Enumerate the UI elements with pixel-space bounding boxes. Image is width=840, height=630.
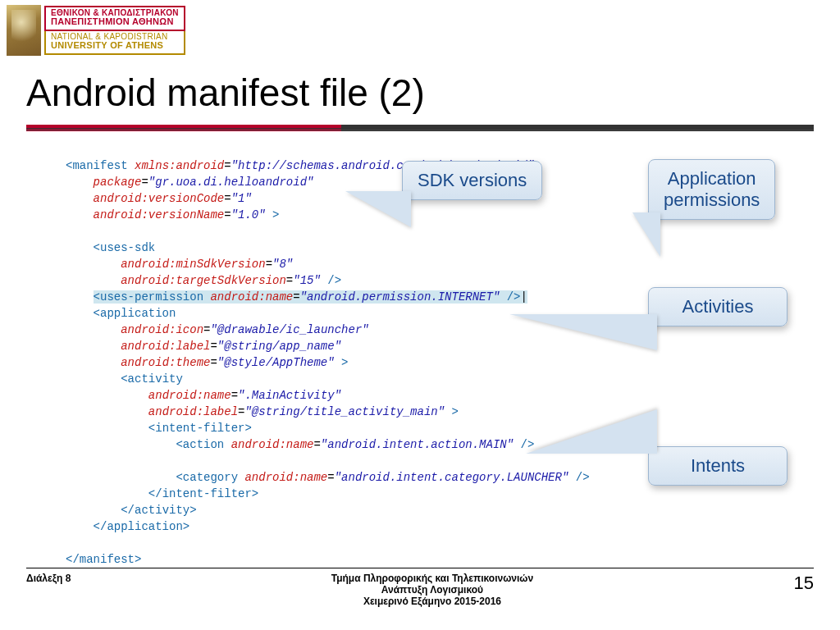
code-token: package <box>94 176 142 189</box>
code-token: <intent-filter> <box>148 422 252 435</box>
code-token: /> <box>321 274 341 287</box>
code-token: > <box>266 208 280 221</box>
code-token: "android.permission.INTERNET" <box>300 290 500 304</box>
code-token: /> <box>500 290 527 304</box>
code-token: </application> <box>94 520 190 533</box>
code-token: > <box>335 356 349 369</box>
callout-tail-icon <box>632 212 660 257</box>
footer-term: Χειμερινό Εξάμηνο 2015-2016 <box>71 596 793 607</box>
code-token: "1" <box>231 192 252 205</box>
code-token: android:minSdkVersion <box>121 258 265 271</box>
code-token: <activity <box>121 372 183 386</box>
footer-course: Ανάπτυξη Λογισμικού <box>71 584 793 596</box>
code-token: android:theme <box>121 356 210 369</box>
callout-label: Intents <box>691 455 745 476</box>
code-token: "@style/AppTheme" <box>217 356 335 369</box>
callout-tail-icon <box>345 191 411 227</box>
code-token: android:label <box>148 405 238 418</box>
logo-en-line2: UNIVERSITY OF ATHENS <box>51 41 179 50</box>
code-token: </activity> <box>121 504 196 517</box>
university-logo: ΕΘΝΙΚΟΝ & ΚΑΠΟΔΙΣΤΡΙΑΚΟΝ ΠΑΝΕΠΙΣΤΗΜΙΟΝ Α… <box>7 5 185 56</box>
code-token: xmlns:android <box>128 159 225 172</box>
athena-icon <box>7 5 41 56</box>
code-token: android:versionName <box>94 208 225 221</box>
code-token: android:label <box>121 340 210 353</box>
code-token: > <box>445 405 459 418</box>
code-token: "@string/app_name" <box>217 340 341 353</box>
footer-lecture: Διάλεξη 8 <box>26 573 71 584</box>
code-token: "android.intent.category.LAUNCHER" <box>335 471 569 484</box>
code-token: "android.intent.action.MAIN" <box>321 438 514 451</box>
code-token: android:icon <box>121 323 203 336</box>
callout-label: Application <box>664 168 760 189</box>
code-token: android:name <box>148 389 231 402</box>
callout-label: SDK versions <box>418 170 527 190</box>
title-underline <box>26 125 814 131</box>
code-token: "15" <box>293 274 321 287</box>
footer-rule <box>26 568 814 568</box>
code-token: android:name <box>203 290 293 304</box>
code-token: /> <box>568 471 589 484</box>
callout-tail-icon <box>509 314 657 350</box>
code-token: </manifest> <box>66 553 141 566</box>
logo-gr-line2: ΠΑΝΕΠΙΣΤΗΜΙΟΝ ΑΘΗΝΩΝ <box>51 17 179 26</box>
code-token: android:name <box>224 438 313 451</box>
code-token: "@string/title_activity_main" <box>244 405 445 418</box>
code-token: android:versionCode <box>94 192 225 205</box>
code-token: "gr.uoa.di.helloandroid" <box>148 176 314 189</box>
code-token: "8" <box>272 258 293 271</box>
slide-title: Android manifest file (2) <box>26 71 425 115</box>
code-token: android:name <box>238 471 327 484</box>
callout-activities: Activities <box>648 287 788 326</box>
code-token: <application <box>94 307 176 320</box>
callout-application-permissions: Application permissions <box>648 159 775 220</box>
code-token: "1.0" <box>231 208 266 221</box>
code-token: "@drawable/ic_launcher" <box>210 323 368 336</box>
footer-dept: Τμήμα Πληροφορικής και Τηλεπικοινωνιών <box>71 573 793 584</box>
code-token: <category <box>176 471 238 484</box>
callout-label: permissions <box>664 189 760 211</box>
callout-label: Activities <box>682 296 754 317</box>
callout-sdk-versions: SDK versions <box>402 161 542 200</box>
callout-intents: Intents <box>648 446 788 486</box>
callout-tail-icon <box>526 409 657 454</box>
code-token: <uses-permission <box>94 290 203 304</box>
slide-number: 15 <box>794 573 814 594</box>
code-token: <manifest <box>66 159 128 172</box>
code-token: </intent-filter> <box>148 487 258 500</box>
slide-footer: Διάλεξη 8 Τμήμα Πληροφορικής και Τηλεπικ… <box>26 573 814 607</box>
code-token: ".MainActivity" <box>238 389 341 402</box>
code-token: android:targetSdkVersion <box>121 274 286 287</box>
logo-text: ΕΘΝΙΚΟΝ & ΚΑΠΟΔΙΣΤΡΙΑΚΟΝ ΠΑΝΕΠΙΣΤΗΜΙΟΝ Α… <box>44 6 185 55</box>
code-token: <uses-sdk <box>94 241 156 254</box>
code-token: <action <box>176 438 224 451</box>
